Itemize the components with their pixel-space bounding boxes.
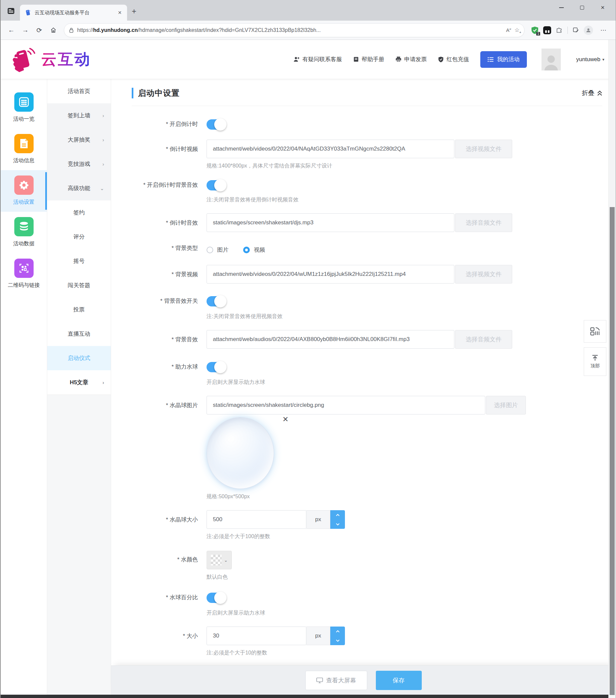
collections-icon[interactable] xyxy=(572,27,579,33)
window-close-button[interactable]: ✕ xyxy=(592,0,613,15)
ghostery-icon[interactable] xyxy=(543,26,551,34)
submenu-item-home[interactable]: 活动首页 xyxy=(47,79,111,103)
title-accent-bar xyxy=(132,88,133,98)
submenu-item-number-draw[interactable]: 摇号 xyxy=(47,249,111,273)
field-hint: 开启则大屏显示助力水球 xyxy=(207,610,602,617)
submenu-item-voting[interactable]: 投票 xyxy=(47,297,111,322)
chevron-right-icon: › xyxy=(102,161,104,167)
qrcode-icon xyxy=(14,259,33,278)
user-menu[interactable]: yuntuweb ▾ xyxy=(576,56,604,63)
unit-label: px xyxy=(306,510,330,529)
window-maximize-button[interactable] xyxy=(572,0,592,15)
favorite-icon[interactable]: ☆+ xyxy=(515,27,520,33)
sidebar-item-activity-data[interactable]: 活动数据 xyxy=(1,212,47,253)
field-hint: 注:关闭背景音效将使用倒计时视频音效 xyxy=(207,196,602,204)
submenu-item-advanced-features[interactable]: 高级功能⌄ xyxy=(47,176,111,200)
nav-request-invoice[interactable]: 申请发票 xyxy=(396,56,427,63)
window-bottom-edge xyxy=(1,695,616,698)
user-avatar[interactable] xyxy=(542,48,561,70)
nav-help-manual[interactable]: 帮助手册 xyxy=(353,56,384,63)
scrollbar-thumb[interactable] xyxy=(610,207,615,695)
ball-image-input[interactable]: static/images/screen/shakestart/circlebg… xyxy=(207,396,485,415)
bg-sound-toggle[interactable] xyxy=(207,296,226,306)
home-button[interactable] xyxy=(47,24,59,36)
bg-type-radio-video[interactable] xyxy=(243,247,250,253)
layout-switch-button[interactable] xyxy=(584,320,606,343)
browser-tab[interactable]: 云互动现场互动服务平台 ✕ xyxy=(20,5,127,20)
stepper-up-icon[interactable] xyxy=(330,627,345,636)
my-activities-button[interactable]: 我的活动 xyxy=(480,51,527,68)
window-minimize-button[interactable] xyxy=(551,0,572,15)
bg-type-radio-image[interactable] xyxy=(207,247,213,253)
submenu-filler xyxy=(47,394,111,695)
back-button[interactable]: ← xyxy=(5,24,17,36)
submenu-item-signing[interactable]: 签约 xyxy=(47,200,111,225)
collapse-control[interactable]: 折叠 xyxy=(582,89,602,97)
submenu-item-h5-article[interactable]: H5文章› xyxy=(47,370,111,394)
submenu-item-quiz[interactable]: 闯关答题 xyxy=(47,273,111,297)
arrow-to-top-icon xyxy=(591,354,599,362)
refresh-button[interactable]: ⟳ xyxy=(33,24,45,36)
countdown-enable-toggle[interactable] xyxy=(207,119,226,130)
countdown-bgm-toggle[interactable] xyxy=(207,180,226,191)
browser-profile-icon[interactable] xyxy=(584,26,593,35)
field-hint: 默认白色 xyxy=(207,574,602,581)
extensions-puzzle-icon[interactable] xyxy=(556,27,563,33)
ball-percent-toggle[interactable] xyxy=(207,592,226,603)
forward-button[interactable]: → xyxy=(19,24,31,36)
browser-menu-icon[interactable]: ⋯ xyxy=(598,27,609,34)
page-title: 启动中设置 xyxy=(138,88,180,98)
field-label: * 水晶球大小 xyxy=(132,510,207,540)
ball-size-input[interactable]: 500 xyxy=(207,510,306,529)
read-aloud-icon[interactable]: A″ xyxy=(506,27,511,33)
choose-audio-file-button[interactable]: 选择音频文件 xyxy=(455,330,512,349)
choose-video-file-button[interactable]: 选择视频文件 xyxy=(455,140,512,158)
submenu-item-launch-ceremony[interactable]: 启动仪式 xyxy=(47,346,111,370)
address-bar[interactable]: https://hd.yunhudong.cn/hdmanage/configs… xyxy=(64,23,524,37)
submenu-item-competitive-games[interactable]: 竞技游戏› xyxy=(47,152,111,176)
field-hint: 注:关闭背景音效将使用视频音效 xyxy=(207,313,602,320)
field-label: * 倒计时音效 xyxy=(132,213,207,232)
submenu-item-screen-lottery[interactable]: 大屏抽奖› xyxy=(47,128,111,152)
view-big-screen-button[interactable]: 查看大屏幕 xyxy=(305,671,367,690)
stepper-down-icon[interactable] xyxy=(330,636,345,645)
countdown-audio-input[interactable]: static/images/screen/shakestart/djs.mp3 xyxy=(207,213,454,232)
stepper-down-icon[interactable] xyxy=(330,519,345,529)
site-logo[interactable]: 云互动 xyxy=(11,46,91,72)
countdown-video-input[interactable]: attachment/web/videos/0/2022/04/NAqAtGD3… xyxy=(207,140,454,158)
new-tab-button[interactable]: + xyxy=(132,6,136,16)
icon-sidebar: 活动一览 活动信息 活动设置 活动数据 二维码与链接 xyxy=(1,79,47,695)
extensions-area: 1 ⋯ xyxy=(529,26,611,35)
tab-close-icon[interactable]: ✕ xyxy=(116,9,124,16)
water-color-picker[interactable]: ⌄ xyxy=(207,551,232,569)
tab-favicon-icon xyxy=(25,9,31,16)
scrollbar-track[interactable] xyxy=(608,40,616,698)
tab-actions-menu-icon[interactable] xyxy=(5,5,17,17)
sidebar-item-activity-info[interactable]: 活动信息 xyxy=(1,129,47,170)
percent-size-input[interactable]: 30 xyxy=(207,627,306,645)
nav-redpacket-recharge[interactable]: 红包充值 xyxy=(438,56,469,63)
back-to-top-button[interactable]: 顶部 xyxy=(584,347,606,376)
site-header: 云互动 有疑问联系客服 帮助手册 申请发票 红包充值 我的活动 yuntuweb… xyxy=(1,40,616,79)
caret-down-icon: ▾ xyxy=(602,57,604,62)
sidebar-item-activity-overview[interactable]: 活动一览 xyxy=(1,87,47,129)
choose-image-button[interactable]: 选择图片 xyxy=(486,396,526,415)
bg-video-input[interactable]: attachment/web/videos/0/2022/04/wUM1z1z1… xyxy=(207,265,454,283)
nav-contact-support[interactable]: 有疑问联系客服 xyxy=(293,56,342,63)
sidebar-item-qrcode-links[interactable]: 二维码与链接 xyxy=(1,253,47,295)
bg-audio-input[interactable]: attachment/web/audios/0/2022/04/AXB800yb… xyxy=(207,330,454,349)
submenu-item-signin-wall[interactable]: 签到上墙› xyxy=(47,103,111,128)
stepper-up-icon[interactable] xyxy=(330,510,345,519)
adguard-shield-icon[interactable]: 1 xyxy=(531,26,538,34)
crystal-ball-preview xyxy=(207,417,274,489)
remove-image-icon[interactable]: ✕ xyxy=(283,415,288,424)
submenu-item-rating[interactable]: 评分 xyxy=(47,225,111,249)
choose-video-file-button[interactable]: 选择视频文件 xyxy=(455,265,512,283)
sidebar-item-activity-settings[interactable]: 活动设置 xyxy=(1,170,47,212)
save-button[interactable]: 保存 xyxy=(376,671,422,690)
assist-ball-toggle[interactable] xyxy=(207,362,226,372)
field-label: * 开启倒计时 xyxy=(132,118,207,130)
submenu-item-live-interaction[interactable]: 直播互动 xyxy=(47,322,111,346)
header-nav: 有疑问联系客服 帮助手册 申请发票 红包充值 我的活动 yuntuweb ▾ xyxy=(293,48,604,70)
choose-audio-file-button[interactable]: 选择音频文件 xyxy=(455,213,512,232)
